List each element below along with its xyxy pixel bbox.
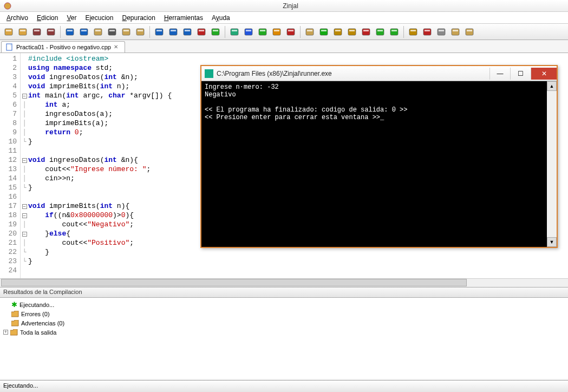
console-vscrollbar[interactable]: ▲ ▼ [547,81,557,247]
running-icon: ✱ [11,300,17,309]
svg-rect-35 [259,29,266,35]
menu-depuracion[interactable]: Depuracion [117,13,159,23]
console-output[interactable]: Ingrese n·mero: -32 Negativo << El progr… [201,81,547,247]
svg-rect-52 [377,30,383,31]
svg-rect-59 [438,29,445,35]
toolbar [0,24,568,40]
results-row[interactable]: +Toda la salida [3,328,565,337]
svg-rect-57 [423,29,431,35]
svg-rect-33 [245,29,252,35]
svg-rect-46 [335,30,341,31]
goto-func-icon[interactable] [153,25,166,38]
svg-rect-22 [156,30,162,31]
run-icon[interactable] [317,25,330,38]
svg-rect-32 [232,30,237,31]
console-window[interactable]: C:\Program Files (x86)\Zinjal\runner.exe… [200,65,558,248]
menu-archivo[interactable]: Archivo [2,13,32,23]
hash-icon[interactable] [228,25,241,38]
results-label: Errores (0) [21,311,50,317]
svg-rect-49 [362,29,370,35]
book-red-icon[interactable] [195,25,208,38]
console-close-button[interactable]: ✕ [531,68,557,80]
svg-rect-28 [199,30,204,31]
fold-column[interactable]: −││││└−││└−−│−│└└ [21,53,28,278]
folder-icon [10,329,18,336]
cpp-file-icon [6,43,14,51]
tab-close-icon[interactable]: ✕ [114,44,120,50]
template-icon[interactable] [303,25,316,38]
editor-hscrollbar[interactable] [0,278,568,287]
console-titlebar[interactable]: C:\Program Files (x86)\Zinjal\runner.exe… [201,66,557,81]
svg-rect-45 [334,29,342,35]
line-number-gutter: 123456789101112131415161718192021222324 [0,53,21,278]
svg-rect-47 [348,29,356,35]
svg-rect-7 [47,29,55,35]
scroll-down-icon[interactable]: ▼ [547,237,557,247]
save-file-icon[interactable] [30,25,43,38]
books-green-icon[interactable] [256,25,269,38]
results-label: Ejecutando... [19,302,54,308]
copy-icon[interactable] [92,25,105,38]
cut-icon[interactable] [106,25,119,38]
results-row[interactable]: Errores (0) [3,309,565,318]
breakpoint-icon[interactable] [360,25,373,38]
help-icon[interactable] [463,25,476,38]
bookmark-icon[interactable] [181,25,194,38]
svg-rect-4 [20,30,25,31]
folder-icon [11,320,19,326]
results-row[interactable]: Advertencias (0) [3,318,565,328]
svg-rect-10 [67,30,73,31]
debug-icon[interactable] [331,25,344,38]
svg-rect-18 [123,30,129,31]
results-panel: ✱Ejecutando...Errores (0)Advertencias (0… [0,298,568,379]
menu-ayuda[interactable]: Ayuda [207,13,234,23]
watch-icon[interactable] [388,25,401,38]
save-all-icon[interactable] [44,25,57,38]
svg-rect-29 [212,29,219,35]
books-blue-icon[interactable] [242,25,255,38]
paste-icon[interactable] [120,25,133,38]
console-minimize-button[interactable]: — [489,68,510,80]
svg-rect-6 [34,30,40,31]
svg-rect-63 [466,29,473,35]
settings-icon[interactable] [435,25,448,38]
results-label: Toda la salida [20,329,56,336]
svg-rect-41 [306,29,314,35]
book-green-icon[interactable] [209,25,222,38]
step-icon[interactable] [345,25,358,38]
books-orange-icon[interactable] [270,25,283,38]
svg-rect-58 [425,30,430,31]
books-red-icon[interactable] [284,25,297,38]
svg-rect-64 [467,30,472,31]
tab-file[interactable]: Practica01 - Positivo o negativo.cpp ✕ [1,41,125,53]
svg-rect-48 [349,30,355,31]
undo-icon[interactable] [63,25,76,38]
new-file-icon[interactable] [2,25,15,38]
svg-rect-13 [94,29,102,35]
redo-icon[interactable] [77,25,90,38]
svg-rect-19 [136,29,144,35]
tools-icon[interactable] [421,25,434,38]
svg-rect-21 [155,29,163,35]
svg-rect-51 [376,29,384,35]
svg-rect-5 [33,29,41,35]
open-file-icon[interactable] [16,25,29,38]
console-maximize-button[interactable]: ☐ [510,68,531,80]
find-icon[interactable] [134,25,147,38]
menubar: ArchivoEdicionVerEjecucionDepuracionHerr… [0,12,568,24]
svg-rect-62 [453,30,458,31]
results-panel-title: Resultados de la Compilacion [0,287,568,298]
menu-ejecucion[interactable]: Ejecucion [81,13,117,23]
check-icon[interactable] [407,25,420,38]
menu-ver[interactable]: Ver [62,13,81,23]
menu-herramientas[interactable]: Herramientas [160,13,207,23]
memory-icon[interactable] [374,25,387,38]
scroll-up-icon[interactable]: ▲ [547,81,557,91]
menu-edicion[interactable]: Edicion [32,13,62,23]
svg-rect-26 [185,30,190,31]
folder-icon [11,311,19,317]
results-row[interactable]: ✱Ejecutando... [3,300,565,309]
svg-rect-60 [439,30,444,31]
find-symbol-icon[interactable] [167,25,180,38]
mail-icon[interactable] [449,25,462,38]
